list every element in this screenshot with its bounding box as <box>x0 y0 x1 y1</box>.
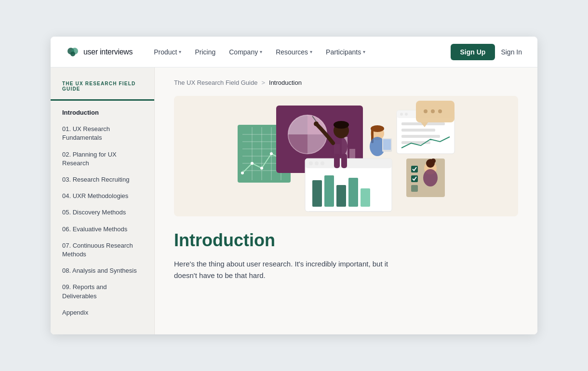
svg-rect-47 <box>411 185 418 192</box>
nav-product[interactable]: Product ▾ <box>148 44 187 60</box>
illustration-svg <box>174 96 518 216</box>
sidebar-item-continuous[interactable]: 07. Continuous Research Methods <box>51 238 154 263</box>
page-title: Introduction <box>174 230 518 251</box>
breadcrumb-separator: > <box>261 79 265 86</box>
svg-point-49 <box>424 109 428 113</box>
svg-rect-34 <box>361 188 370 207</box>
breadcrumb-current: Introduction <box>269 79 302 86</box>
sidebar-item-methodologies[interactable]: 04. UXR Methodologies <box>51 188 154 204</box>
svg-point-18 <box>270 152 273 155</box>
sidebar: THE UX RESEARCH FIELD GUIDE Introduction… <box>51 67 155 334</box>
svg-point-38 <box>400 113 403 116</box>
resources-chevron-icon: ▾ <box>310 49 312 54</box>
navbar: user interviews Product ▾ Pricing Compan… <box>51 37 537 67</box>
svg-rect-33 <box>348 178 358 207</box>
svg-point-39 <box>405 113 408 116</box>
company-chevron-icon: ▾ <box>260 49 262 54</box>
sidebar-item-analysis[interactable]: 08. Analysis and Synthesis <box>51 263 154 279</box>
breadcrumb-parent[interactable]: The UX Research Field Guide <box>174 79 257 86</box>
participants-chevron-icon: ▾ <box>363 49 365 54</box>
sidebar-item-introduction[interactable]: Introduction <box>51 105 154 121</box>
sidebar-item-recruiting[interactable]: 03. Research Recruiting <box>51 172 154 188</box>
nav-resources[interactable]: Resources ▾ <box>270 44 318 60</box>
svg-point-50 <box>431 109 435 113</box>
nav-company[interactable]: Company ▾ <box>223 44 268 60</box>
logo[interactable]: user interviews <box>66 45 133 59</box>
nav-actions: Sign Up Sign In <box>451 44 522 60</box>
logo-text: user interviews <box>83 48 133 56</box>
svg-rect-65 <box>383 139 391 150</box>
svg-rect-42 <box>401 135 440 138</box>
svg-point-16 <box>251 162 254 165</box>
svg-point-27 <box>309 161 313 165</box>
svg-rect-31 <box>324 175 334 207</box>
sidebar-item-discovery[interactable]: 05. Discovery Methods <box>51 204 154 221</box>
svg-rect-30 <box>312 180 322 207</box>
svg-point-15 <box>241 172 244 174</box>
logo-icon <box>66 45 80 59</box>
signin-button[interactable]: Sign In <box>501 48 522 56</box>
svg-point-69 <box>431 159 436 163</box>
svg-rect-41 <box>401 129 435 132</box>
svg-point-28 <box>315 161 319 165</box>
svg-point-2 <box>70 52 75 56</box>
nav-pricing[interactable]: Pricing <box>189 44 221 60</box>
browser-window: user interviews Product ▾ Pricing Compan… <box>51 37 537 334</box>
sidebar-guide-title: THE UX RESEARCH FIELD GUIDE <box>51 81 154 101</box>
sidebar-item-reports[interactable]: 09. Reports and Deliverables <box>51 279 154 304</box>
svg-rect-59 <box>341 154 347 168</box>
product-chevron-icon: ▾ <box>179 49 181 54</box>
breadcrumb: The UX Research Field Guide > Introducti… <box>174 79 518 86</box>
main-content: THE UX RESEARCH FIELD GUIDE Introduction… <box>51 67 537 334</box>
sidebar-item-planning[interactable]: 02. Planning for UX Research <box>51 146 154 172</box>
svg-point-55 <box>334 121 349 129</box>
sidebar-item-appendix[interactable]: Appendix <box>51 305 154 321</box>
sidebar-item-evaluative[interactable]: 06. Evaluative Methods <box>51 221 154 238</box>
svg-point-17 <box>260 167 263 170</box>
svg-point-67 <box>423 169 438 186</box>
svg-point-51 <box>438 109 442 113</box>
sidebar-item-fundamentals[interactable]: 01. UX Research Fundamentals <box>51 121 154 146</box>
content-area: The UX Research Field Guide > Introducti… <box>155 67 537 334</box>
hero-illustration <box>174 96 518 216</box>
svg-point-29 <box>321 161 324 165</box>
svg-rect-48 <box>416 101 454 122</box>
page-intro-text: Here's the thing about user research. It… <box>174 258 405 281</box>
svg-rect-58 <box>334 154 340 168</box>
svg-rect-32 <box>336 185 346 207</box>
sidebar-nav: Introduction 01. UX Research Fundamental… <box>51 105 154 321</box>
svg-point-56 <box>314 121 319 126</box>
nav-links: Product ▾ Pricing Company ▾ Resources ▾ … <box>148 44 450 60</box>
nav-participants[interactable]: Participants ▾ <box>320 44 371 60</box>
signup-button[interactable]: Sign Up <box>451 44 495 60</box>
